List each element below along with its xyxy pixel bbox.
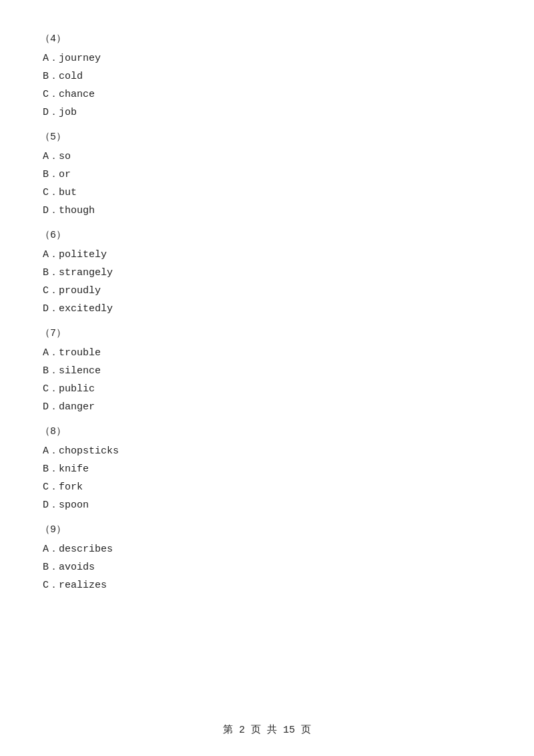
option-label: C． <box>43 89 59 100</box>
option-label: B． <box>43 463 59 475</box>
option-q9-c: C．realizes <box>40 578 494 591</box>
option-text: so <box>59 151 71 162</box>
option-text: danger <box>59 401 95 413</box>
option-text: chance <box>59 89 95 100</box>
option-label: A． <box>43 347 59 359</box>
option-text: knife <box>59 463 89 475</box>
option-label: D． <box>43 107 59 118</box>
option-q4-a: A．journey <box>40 51 494 64</box>
option-text: though <box>59 205 95 216</box>
option-q8-c: C．fork <box>40 480 494 493</box>
option-label: A． <box>43 445 59 457</box>
option-text: politely <box>59 249 107 260</box>
option-label: B． <box>43 267 59 278</box>
option-q8-a: A．chopsticks <box>40 444 494 457</box>
option-text: spoon <box>59 500 89 511</box>
option-q6-a: A．politely <box>40 248 494 260</box>
footer-text: 第 2 页 共 15 页 <box>223 725 311 736</box>
option-label: C． <box>43 482 59 493</box>
option-q7-c: C．public <box>40 382 494 395</box>
option-q7-b: B．silence <box>40 364 494 377</box>
option-label: D． <box>43 401 59 413</box>
option-label: B． <box>43 71 59 82</box>
option-q4-d: D．job <box>40 106 494 118</box>
option-q5-c: C．but <box>40 186 494 198</box>
option-label: B． <box>43 169 59 180</box>
option-text: or <box>59 169 71 180</box>
option-text: proudly <box>59 285 101 297</box>
option-label: D． <box>43 303 59 315</box>
option-text: journey <box>59 53 101 64</box>
option-text: describes <box>59 544 113 555</box>
question-number-5: （5） <box>40 130 494 143</box>
option-q4-b: B．cold <box>40 69 494 82</box>
option-label: C． <box>43 187 59 198</box>
option-label: B． <box>43 365 59 377</box>
option-q9-b: B．avoids <box>40 560 494 573</box>
option-text: excitedly <box>59 303 113 315</box>
option-q5-a: A．so <box>40 150 494 162</box>
option-q5-b: B．or <box>40 168 494 180</box>
page-footer: 第 2 页 共 15 页 <box>0 723 534 736</box>
question-number-8: （8） <box>40 425 494 437</box>
option-text: realizes <box>59 580 107 591</box>
question-number-4: （4） <box>40 32 494 45</box>
option-text: avoids <box>59 562 95 573</box>
option-text: silence <box>59 365 101 377</box>
option-label: B． <box>43 562 59 573</box>
option-label: A． <box>43 53 59 64</box>
option-q6-d: D．excitedly <box>40 302 494 315</box>
option-label: D． <box>43 500 59 511</box>
option-q5-d: D．though <box>40 204 494 216</box>
question-number-7: （7） <box>40 327 494 339</box>
option-text: strangely <box>59 267 113 278</box>
option-label: A． <box>43 249 59 260</box>
page-content: （4）A．journeyB．coldC．chanceD．job（5）A．soB．… <box>0 0 534 636</box>
option-text: cold <box>59 71 83 82</box>
question-number-9: （9） <box>40 523 494 536</box>
option-text: trouble <box>59 347 101 359</box>
option-text: job <box>59 107 77 118</box>
question-number-6: （6） <box>40 228 494 241</box>
option-q7-d: D．danger <box>40 400 494 413</box>
option-label: C． <box>43 580 59 591</box>
option-text: fork <box>59 482 83 493</box>
option-q6-b: B．strangely <box>40 266 494 278</box>
option-text: chopsticks <box>59 445 119 457</box>
option-q4-c: C．chance <box>40 87 494 100</box>
option-label: C． <box>43 285 59 297</box>
option-label: D． <box>43 205 59 216</box>
option-q7-a: A．trouble <box>40 346 494 359</box>
option-label: A． <box>43 544 59 555</box>
option-label: A． <box>43 151 59 162</box>
option-text: public <box>59 383 95 395</box>
option-text: but <box>59 187 77 198</box>
option-q9-a: A．describes <box>40 542 494 555</box>
option-q8-d: D．spoon <box>40 498 494 511</box>
option-q6-c: C．proudly <box>40 284 494 297</box>
option-q8-b: B．knife <box>40 462 494 475</box>
option-label: C． <box>43 383 59 395</box>
